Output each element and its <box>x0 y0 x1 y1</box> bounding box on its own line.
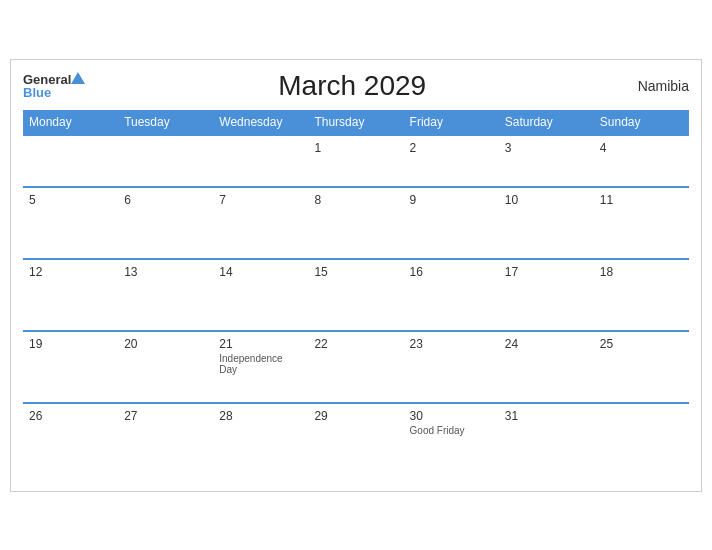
weekday-header-row: Monday Tuesday Wednesday Thursday Friday… <box>23 110 689 135</box>
table-row: 10 <box>499 187 594 259</box>
day-number: 5 <box>29 193 112 207</box>
day-number: 17 <box>505 265 588 279</box>
table-row: 12 <box>23 259 118 331</box>
day-number: 16 <box>410 265 493 279</box>
table-row: 31 <box>499 403 594 475</box>
calendar-header: General Blue March 2029 Namibia <box>23 70 689 102</box>
day-number: 29 <box>314 409 397 423</box>
table-row <box>594 403 689 475</box>
table-row: 2 <box>404 135 499 187</box>
weekday-saturday: Saturday <box>499 110 594 135</box>
calendar-week-row: 567891011 <box>23 187 689 259</box>
calendar-week-row: 2627282930Good Friday31 <box>23 403 689 475</box>
day-number: 2 <box>410 141 493 155</box>
country-label: Namibia <box>619 78 689 94</box>
day-number: 25 <box>600 337 683 351</box>
day-number: 26 <box>29 409 112 423</box>
weekday-wednesday: Wednesday <box>213 110 308 135</box>
calendar-title: March 2029 <box>85 70 619 102</box>
event-label: Good Friday <box>410 425 493 436</box>
table-row: 29 <box>308 403 403 475</box>
day-number: 4 <box>600 141 683 155</box>
table-row: 21Independence Day <box>213 331 308 403</box>
table-row: 4 <box>594 135 689 187</box>
table-row: 26 <box>23 403 118 475</box>
table-row <box>213 135 308 187</box>
table-row: 14 <box>213 259 308 331</box>
table-row: 17 <box>499 259 594 331</box>
day-number: 11 <box>600 193 683 207</box>
table-row <box>118 135 213 187</box>
calendar-grid: Monday Tuesday Wednesday Thursday Friday… <box>23 110 689 475</box>
weekday-friday: Friday <box>404 110 499 135</box>
table-row: 18 <box>594 259 689 331</box>
table-row: 20 <box>118 331 213 403</box>
day-number: 12 <box>29 265 112 279</box>
day-number: 31 <box>505 409 588 423</box>
calendar-week-row: 12131415161718 <box>23 259 689 331</box>
table-row: 24 <box>499 331 594 403</box>
logo: General Blue <box>23 72 85 99</box>
table-row: 22 <box>308 331 403 403</box>
calendar-container: General Blue March 2029 Namibia Monday T… <box>10 59 702 492</box>
table-row: 25 <box>594 331 689 403</box>
day-number: 3 <box>505 141 588 155</box>
weekday-thursday: Thursday <box>308 110 403 135</box>
table-row: 19 <box>23 331 118 403</box>
table-row: 28 <box>213 403 308 475</box>
table-row: 27 <box>118 403 213 475</box>
day-number: 9 <box>410 193 493 207</box>
logo-triangle-icon <box>71 72 85 84</box>
table-row: 16 <box>404 259 499 331</box>
day-number: 15 <box>314 265 397 279</box>
table-row: 11 <box>594 187 689 259</box>
table-row: 15 <box>308 259 403 331</box>
day-number: 23 <box>410 337 493 351</box>
day-number: 14 <box>219 265 302 279</box>
weekday-tuesday: Tuesday <box>118 110 213 135</box>
calendar-week-row: 192021Independence Day22232425 <box>23 331 689 403</box>
table-row: 1 <box>308 135 403 187</box>
day-number: 30 <box>410 409 493 423</box>
day-number: 18 <box>600 265 683 279</box>
table-row <box>23 135 118 187</box>
day-number: 21 <box>219 337 302 351</box>
day-number: 8 <box>314 193 397 207</box>
day-number: 28 <box>219 409 302 423</box>
day-number: 10 <box>505 193 588 207</box>
day-number: 19 <box>29 337 112 351</box>
event-label: Independence Day <box>219 353 302 375</box>
table-row: 9 <box>404 187 499 259</box>
table-row: 8 <box>308 187 403 259</box>
table-row: 23 <box>404 331 499 403</box>
day-number: 24 <box>505 337 588 351</box>
day-number: 27 <box>124 409 207 423</box>
day-number: 13 <box>124 265 207 279</box>
calendar-week-row: 1234 <box>23 135 689 187</box>
logo-general: General <box>23 73 71 86</box>
day-number: 1 <box>314 141 397 155</box>
logo-blue: Blue <box>23 86 51 99</box>
day-number: 20 <box>124 337 207 351</box>
table-row: 30Good Friday <box>404 403 499 475</box>
table-row: 6 <box>118 187 213 259</box>
table-row: 13 <box>118 259 213 331</box>
table-row: 5 <box>23 187 118 259</box>
weekday-monday: Monday <box>23 110 118 135</box>
day-number: 22 <box>314 337 397 351</box>
table-row: 7 <box>213 187 308 259</box>
day-number: 6 <box>124 193 207 207</box>
weekday-sunday: Sunday <box>594 110 689 135</box>
day-number: 7 <box>219 193 302 207</box>
table-row: 3 <box>499 135 594 187</box>
